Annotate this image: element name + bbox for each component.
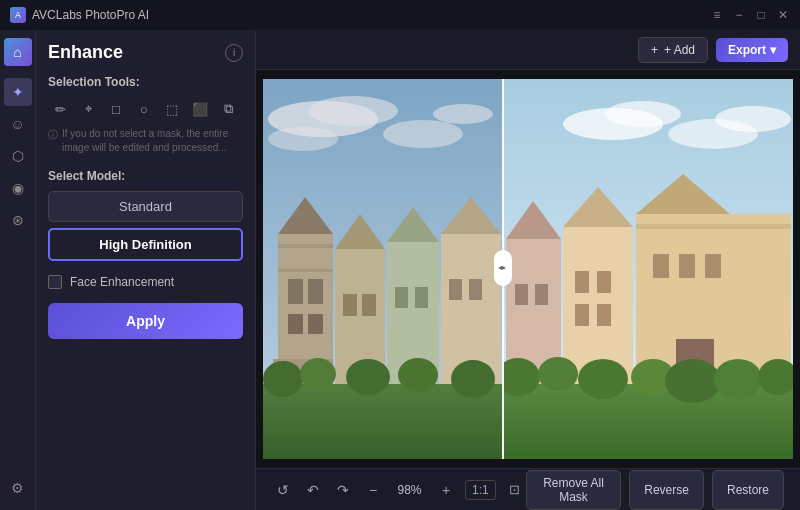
panel-header: Enhance i	[48, 42, 243, 63]
export-button[interactable]: Export ▾	[716, 38, 788, 62]
brush-mask-tool[interactable]: ⬛	[188, 97, 212, 121]
add-label: + Add	[664, 43, 695, 57]
main-layout: ⌂ ✦ ☺ ⬡ ◉ ⊛ ⚙ Enhance i Selection Tools:…	[0, 30, 800, 510]
svg-point-86	[578, 359, 628, 399]
svg-rect-68	[515, 284, 528, 305]
sidebar-item-color[interactable]: ◉	[4, 174, 32, 202]
sidebar-item-enhance[interactable]: ✦	[4, 78, 32, 106]
titlebar-controls: ≡ − □ ✕	[710, 8, 790, 22]
remove-all-mask-button[interactable]: Remove All Mask	[526, 470, 622, 510]
zoom-out-button[interactable]: −	[362, 479, 384, 501]
face-enhancement-label: Face Enhancement	[70, 275, 174, 289]
pen-tool[interactable]: ✏	[48, 97, 72, 121]
restore-button[interactable]: Restore	[712, 470, 784, 510]
info-icon[interactable]: i	[225, 44, 243, 62]
titlebar-left: A AVCLabs PhotoPro AI	[10, 7, 149, 23]
panel-title: Enhance	[48, 42, 123, 63]
apply-button[interactable]: Apply	[48, 303, 243, 339]
bottom-bar: ↺ ↶ ↷ − 98% + 1:1 ⊡ Remove All Mask Reve…	[256, 468, 800, 510]
image-container: ◂▸	[263, 79, 793, 459]
svg-rect-35	[263, 79, 503, 459]
face-enhancement-row: Face Enhancement	[48, 275, 243, 289]
fit-button[interactable]: ⊡	[504, 479, 526, 501]
sidebar-item-effects[interactable]: ⊛	[4, 206, 32, 234]
sidebar-item-settings[interactable]: ⚙	[4, 474, 32, 502]
svg-point-44	[715, 106, 791, 132]
minimize-button[interactable]: −	[732, 8, 746, 22]
svg-rect-69	[535, 284, 548, 305]
close-button[interactable]: ✕	[776, 8, 790, 22]
canvas-area[interactable]: ◂▸	[256, 70, 800, 468]
select-model-label: Select Model:	[48, 169, 243, 183]
image-scene: ◂▸	[263, 79, 793, 459]
auto-mask-tool[interactable]: ⧉	[216, 97, 240, 121]
svg-point-88	[665, 359, 721, 403]
sidebar-item-background[interactable]: ⬡	[4, 142, 32, 170]
rect-tool[interactable]: □	[104, 97, 128, 121]
undo-button[interactable]: ↺	[272, 479, 294, 501]
svg-point-42	[605, 101, 681, 127]
app-title: AVCLabs PhotoPro AI	[32, 8, 149, 22]
icon-sidebar: ⌂ ✦ ☺ ⬡ ◉ ⊛ ⚙	[0, 30, 36, 510]
zoom-ratio[interactable]: 1:1	[465, 480, 496, 500]
face-enhancement-checkbox[interactable]	[48, 275, 62, 289]
selection-tools-bar: ✏ ⌖ □ ○ ⬚ ⬛ ⧉	[48, 97, 243, 121]
zoom-value: 98%	[392, 483, 427, 497]
svg-point-85	[538, 357, 578, 391]
svg-rect-80	[705, 254, 721, 278]
image-mask-tool[interactable]: ⬚	[160, 97, 184, 121]
reverse-button[interactable]: Reverse	[629, 470, 704, 510]
svg-rect-72	[575, 271, 589, 293]
main-content: + + Add Export ▾	[256, 30, 800, 510]
top-toolbar: + + Add Export ▾	[256, 30, 800, 70]
hd-model-button[interactable]: High Definition	[48, 228, 243, 261]
svg-rect-75	[597, 304, 611, 326]
bottom-right-buttons: Remove All Mask Reverse Restore	[526, 470, 784, 510]
svg-point-89	[714, 359, 762, 399]
menu-icon[interactable]: ≡	[710, 8, 724, 22]
titlebar: A AVCLabs PhotoPro AI ≡ − □ ✕	[0, 0, 800, 30]
svg-rect-73	[597, 271, 611, 293]
svg-rect-78	[653, 254, 669, 278]
add-button[interactable]: + + Add	[638, 37, 708, 63]
svg-rect-81	[636, 224, 791, 229]
export-label: Export	[728, 43, 766, 57]
redo-button[interactable]: ↷	[332, 479, 354, 501]
ellipse-tool[interactable]: ○	[132, 97, 156, 121]
undo2-button[interactable]: ↶	[302, 479, 324, 501]
zoom-in-button[interactable]: +	[435, 479, 457, 501]
standard-model-button[interactable]: Standard	[48, 191, 243, 222]
selection-tools-label: Selection Tools:	[48, 75, 243, 89]
svg-text:◂▸: ◂▸	[498, 263, 506, 272]
left-panel: Enhance i Selection Tools: ✏ ⌖ □ ○ ⬚ ⬛ ⧉…	[36, 30, 256, 510]
app-icon: A	[10, 7, 26, 23]
export-chevron-icon: ▾	[770, 43, 776, 57]
svg-rect-74	[575, 304, 589, 326]
hint-content: If you do not select a mask, the entire …	[62, 127, 243, 155]
hint-text: ⓘ If you do not select a mask, the entir…	[48, 127, 243, 155]
sidebar-item-face[interactable]: ☺	[4, 110, 32, 138]
add-plus-icon: +	[651, 43, 658, 57]
hint-icon: ⓘ	[48, 128, 58, 142]
svg-rect-79	[679, 254, 695, 278]
maximize-button[interactable]: □	[754, 8, 768, 22]
zoom-controls: ↺ ↶ ↷ − 98% + 1:1 ⊡	[272, 479, 526, 501]
sidebar-logo: ⌂	[4, 38, 32, 66]
lasso-tool[interactable]: ⌖	[76, 97, 100, 121]
